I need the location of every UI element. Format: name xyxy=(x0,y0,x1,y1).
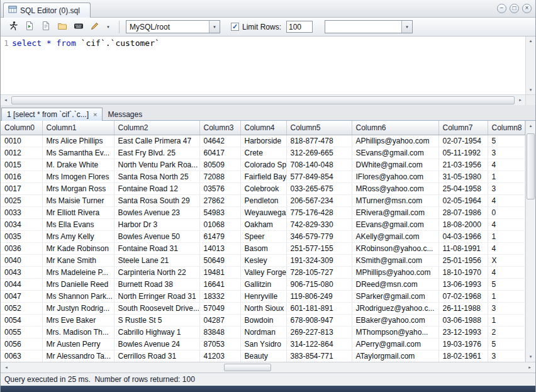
cell[interactable]: Bowles Avenue 24 xyxy=(114,338,199,350)
cell[interactable]: ERivera@gmail.com xyxy=(352,206,438,218)
cell[interactable]: 0 xyxy=(488,206,525,218)
limit-rows-checkbox[interactable]: ✓ Limit Rows: xyxy=(231,23,281,31)
cell[interactable]: Ms Shannon Park... xyxy=(42,290,114,302)
cell[interactable]: Mrs Eve Baker xyxy=(42,314,114,326)
table-row[interactable]: 0063Mr Alessandro Ta...Cerrillos Road 31… xyxy=(1,350,525,362)
table-row[interactable]: 0016Mrs Imogen FloresSanta Rosa North 25… xyxy=(1,171,525,182)
cell[interactable]: 0035 xyxy=(1,230,42,242)
cell[interactable]: 4 xyxy=(488,159,525,171)
cell[interactable]: 26-11-1988 xyxy=(438,302,488,314)
cell[interactable]: 818-877-478 xyxy=(286,135,352,147)
scroll-left-icon[interactable]: ◂ xyxy=(1,362,11,372)
cell[interactable]: Kesley xyxy=(240,254,286,266)
scroll-up-icon[interactable]: ▴ xyxy=(526,121,535,130)
cell[interactable]: 708-140-048 xyxy=(286,159,352,171)
table-row[interactable]: 0025Ms Maisie TurnerSanta Rosa South 292… xyxy=(1,194,525,206)
cell[interactable]: DReed@msn.com xyxy=(352,278,438,290)
cell[interactable]: 0055 xyxy=(1,326,42,338)
cell[interactable]: 3 xyxy=(488,147,525,159)
editor-vertical-scrollbar[interactable]: ▴ ▾ xyxy=(525,36,535,94)
cell[interactable]: S Rustle St 5 xyxy=(114,314,199,326)
cell[interactable]: 54983 xyxy=(199,206,240,218)
cell[interactable]: 04-03-1966 xyxy=(438,230,488,242)
cell[interactable]: 19-03-1976 xyxy=(438,338,488,350)
cell[interactable]: Santa Rosa North 25 xyxy=(114,171,199,182)
cell[interactable]: 60417 xyxy=(199,147,240,159)
cell[interactable]: KSmith@gmail.com xyxy=(352,254,438,266)
cell[interactable]: 03-06-1988 xyxy=(438,314,488,326)
cell[interactable]: 11-08-1991 xyxy=(438,242,488,254)
cell[interactable]: 5 xyxy=(488,338,525,350)
cell[interactable]: Speer xyxy=(240,230,286,242)
cell[interactable]: 07-02-1968 xyxy=(438,290,488,302)
cell[interactable]: South Roosevelt Drive... xyxy=(114,302,199,314)
cell[interactable]: X xyxy=(488,254,525,266)
cell[interactable]: Mr Kane Smith xyxy=(42,254,114,266)
cell[interactable]: SEvans@gmail.com xyxy=(352,147,438,159)
cell[interactable]: ATaylorgmail.com xyxy=(352,350,438,362)
cell[interactable]: 0025 xyxy=(1,194,42,206)
cell[interactable]: 41203 xyxy=(199,350,240,362)
cell[interactable]: 14013 xyxy=(199,242,240,254)
cell[interactable]: 383-854-771 xyxy=(286,350,352,362)
scrollbar-thumb[interactable] xyxy=(11,96,515,104)
cell[interactable]: 25-01-1956 xyxy=(438,254,488,266)
cell[interactable]: 906-715-080 xyxy=(286,278,352,290)
cell[interactable]: MRoss@yahoo.com xyxy=(352,182,438,194)
table-row[interactable]: 0056Mr Austen PerryBowles Avenue 2487053… xyxy=(1,338,525,350)
cell[interactable]: JRodriguez@yahoo.c... xyxy=(352,302,438,314)
scrollbar-thumb[interactable] xyxy=(224,364,271,371)
table-row[interactable]: 0054Mrs Eve BakerS Rustle St 504287Bowdo… xyxy=(1,314,525,326)
cell[interactable]: 206-567-234 xyxy=(286,194,352,206)
cell[interactable]: Burnett Road 38 xyxy=(114,278,199,290)
keyboard-button[interactable] xyxy=(71,20,86,35)
cell[interactable]: North Erringer Road 31 xyxy=(114,290,199,302)
column-header[interactable]: Column3 xyxy=(199,121,240,135)
cell[interactable]: 346-579-779 xyxy=(286,230,352,242)
cell[interactable]: Henryville xyxy=(240,290,286,302)
cell[interactable]: 269-227-813 xyxy=(286,326,352,338)
limit-rows-input[interactable] xyxy=(286,21,313,33)
table-row[interactable]: 0010Mrs Alice PhillipsEast Calle Primera… xyxy=(1,135,525,147)
cell[interactable]: Mr Austen Perry xyxy=(42,338,114,350)
cell[interactable]: 728-105-727 xyxy=(286,266,352,278)
cell[interactable]: DWhite@gmail.com xyxy=(352,159,438,171)
cell[interactable]: 03576 xyxy=(199,182,240,194)
cell[interactable]: 18332 xyxy=(199,290,240,302)
scroll-down-icon[interactable]: ▾ xyxy=(526,352,535,361)
cell[interactable]: 16641 xyxy=(199,278,240,290)
table-row[interactable]: 0034Ms Ella EvansHarbor Dr 301068Oakham7… xyxy=(1,218,525,230)
cell[interactable]: 2 xyxy=(488,326,525,338)
cell[interactable]: 57049 xyxy=(199,302,240,314)
close-tab-icon[interactable]: × xyxy=(93,111,97,118)
cell[interactable]: MTurner@msn.com xyxy=(352,194,438,206)
cell[interactable]: 04642 xyxy=(199,135,240,147)
cell[interactable]: Mr Elliott Rivera xyxy=(42,206,114,218)
table-row[interactable]: 0052Mr Justyn Rodrig...South Roosevelt D… xyxy=(1,302,525,314)
cell[interactable]: EBaker@yahoo.com xyxy=(352,314,438,326)
cell[interactable]: 3 xyxy=(488,182,525,194)
table-row[interactable]: 0036Mr Kade RobinsonFontaine Road 311401… xyxy=(1,242,525,254)
cell[interactable]: Colebrook xyxy=(240,182,286,194)
cell[interactable]: 18-08-2000 xyxy=(438,218,488,230)
cell[interactable]: APhillips@yahoo.com xyxy=(352,135,438,147)
column-header[interactable]: Column4 xyxy=(240,121,286,135)
cell[interactable]: APerry@gmail.com xyxy=(352,338,438,350)
cell[interactable]: 1 xyxy=(488,230,525,242)
cell[interactable]: Bowdoin xyxy=(240,314,286,326)
cell[interactable]: Harbor Dr 3 xyxy=(114,218,199,230)
cell[interactable]: 21-03-1956 xyxy=(438,159,488,171)
cell[interactable]: Basom xyxy=(240,242,286,254)
cell[interactable]: San Ysidro xyxy=(240,338,286,350)
cell[interactable]: 0016 xyxy=(1,171,42,182)
cell[interactable]: 23-12-1993 xyxy=(438,326,488,338)
column-header[interactable]: Column6 xyxy=(352,121,438,135)
cell[interactable]: 0036 xyxy=(1,242,42,254)
cell[interactable]: 3 xyxy=(488,350,525,362)
cell[interactable]: 5 xyxy=(488,135,525,147)
grid-vertical-scrollbar[interactable]: ▴ ▾ xyxy=(525,121,535,362)
cell[interactable]: MPhillips@yahoo.com xyxy=(352,266,438,278)
cell[interactable]: 0012 xyxy=(1,147,42,159)
cell[interactable]: 1 xyxy=(488,171,525,182)
cell[interactable]: 4 xyxy=(488,266,525,278)
